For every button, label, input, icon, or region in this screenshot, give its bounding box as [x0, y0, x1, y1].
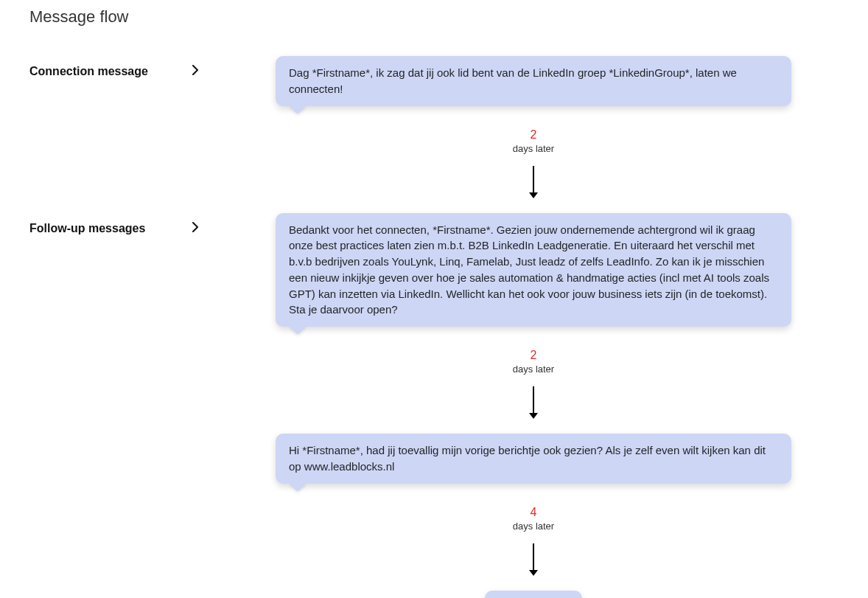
delay-block: 2 days later: [513, 349, 554, 375]
connection-label-text: Connection message: [29, 65, 148, 78]
delay-block: 4 days later: [513, 506, 554, 532]
followup-label-text: Follow-up messages: [29, 222, 145, 235]
page-title: Message flow: [29, 7, 846, 27]
message-bubble-followup-3: *Firstname*?: [485, 591, 583, 599]
delay-block: 2 days later: [513, 128, 554, 154]
connection-label[interactable]: Connection message: [29, 56, 221, 78]
followup-label[interactable]: Follow-up messages: [29, 213, 221, 235]
arrow-down-icon: [528, 542, 539, 577]
message-bubble-followup-2: Hi *Firstname*, had jij toevallig mijn v…: [276, 434, 791, 484]
arrow-down-icon: [528, 385, 539, 420]
delay-number: 4: [513, 506, 554, 519]
arrow-down-icon: [528, 164, 539, 200]
chevron-right-icon: [192, 65, 199, 78]
delay-number: 2: [513, 349, 554, 362]
delay-number: 2: [513, 128, 554, 142]
delay-label: days later: [513, 521, 554, 532]
delay-label: days later: [513, 364, 554, 375]
delay-label: days later: [513, 143, 554, 154]
message-bubble-followup-1: Bedankt voor het connecten, *Firstname*.…: [276, 213, 791, 327]
message-bubble-connection: Dag *Firstname*, ik zag dat jij ook lid …: [276, 56, 791, 106]
chevron-right-icon: [192, 222, 199, 235]
